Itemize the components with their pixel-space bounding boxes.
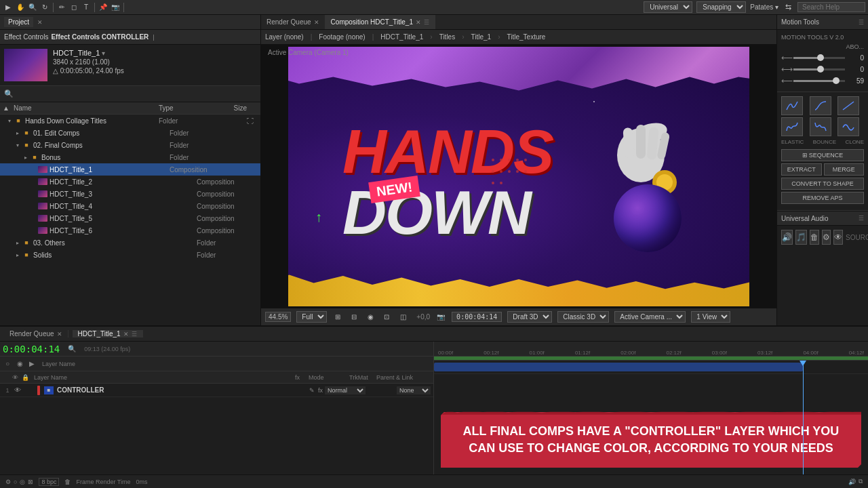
motion-tools-menu[interactable]: ☰ xyxy=(859,19,864,26)
arrow-02final[interactable]: ▾ xyxy=(14,142,22,148)
ua-menu-icon[interactable]: ☰ xyxy=(859,215,864,222)
camera-select[interactable]: Active Camera ... xyxy=(614,311,686,323)
tool-shape[interactable]: ◻ xyxy=(68,2,79,13)
comp-tab-menu[interactable]: ☰ xyxy=(424,19,429,26)
tree-item-03others[interactable]: ▸ ■ 03. Others Folder xyxy=(0,237,260,249)
extract-btn[interactable]: EXTRACT xyxy=(781,163,822,176)
play-btn[interactable]: ▶ xyxy=(27,359,37,369)
ease-btn-4[interactable] xyxy=(781,117,803,136)
ua-audio-icon[interactable]: 🎵 xyxy=(795,230,807,245)
status-nav[interactable]: ⧉ xyxy=(859,478,863,485)
layer-edit-icon[interactable]: ✎ xyxy=(309,387,315,394)
arrow-bonus[interactable]: ▸ xyxy=(22,155,30,161)
layer-row-controller[interactable]: 1 👁 ■ CONTROLLER ✎ fx Normal None xyxy=(0,384,433,397)
expand-icon[interactable]: ⇆ xyxy=(783,2,793,13)
tree-item-hdct6[interactable]: HDCT_Title_6 Composition xyxy=(0,224,260,237)
tree-item-02final[interactable]: ▾ ■ 02. Final Comps Folder xyxy=(0,139,260,151)
quality-select[interactable]: Full xyxy=(296,311,327,323)
snapshot-icon[interactable]: 📷 xyxy=(435,312,446,323)
project-tab-close[interactable]: ✕ xyxy=(37,19,43,26)
ease-btn-3[interactable] xyxy=(837,96,859,115)
sort-icon[interactable]: ▲ xyxy=(3,104,14,112)
arrow-01edit[interactable]: ▸ xyxy=(14,130,22,136)
ua-eye-icon[interactable]: 👁 xyxy=(833,230,843,245)
ua-trash-icon[interactable]: 🗑 xyxy=(810,230,819,245)
comp-tab-hdct1[interactable]: Composition HDCT_Title_1 ✕ ☰ xyxy=(326,15,435,29)
slider-3-track[interactable] xyxy=(793,80,845,82)
render-queue-tab-close[interactable]: ✕ xyxy=(57,331,62,338)
arrow-root[interactable]: ▾ xyxy=(5,118,14,124)
breadcrumb-titles[interactable]: Titles xyxy=(439,33,456,41)
slider-2-thumb[interactable] xyxy=(817,66,824,73)
col-name[interactable]: Name xyxy=(14,104,159,112)
render-queue-timeline-tab[interactable]: Render Queue ✕ xyxy=(4,330,68,338)
breadcrumb-title-texture[interactable]: Title_Texture xyxy=(507,33,546,41)
timecode-display[interactable]: 0:00:04:14 xyxy=(452,312,502,322)
universal-dropdown[interactable]: Universal xyxy=(644,1,692,13)
tree-item-hdct2[interactable]: HDCT_Title_2 Composition xyxy=(0,176,260,188)
tool-type[interactable]: T xyxy=(81,2,92,13)
about-label[interactable]: ABO... xyxy=(781,43,864,50)
project-search-input[interactable] xyxy=(16,90,256,98)
tree-item-bonus[interactable]: ▸ ■ Bonus Folder xyxy=(0,151,260,163)
views-select[interactable]: 1 View xyxy=(691,311,730,323)
slider-1-track[interactable] xyxy=(793,57,845,59)
project-tab[interactable]: Project xyxy=(4,17,33,27)
grid-toggle[interactable]: ⊞ xyxy=(332,312,343,323)
ease-btn-6[interactable] xyxy=(837,117,859,136)
tool-pen[interactable]: ✏ xyxy=(56,2,67,13)
col-size[interactable]: Size xyxy=(220,104,247,112)
tool-hand[interactable]: ✋ xyxy=(15,2,26,13)
hdct1-tab-close[interactable]: ✕ xyxy=(123,331,129,338)
col-type[interactable]: Type xyxy=(159,104,220,112)
tool-arrow[interactable]: ▶ xyxy=(3,2,14,13)
remove-aps-btn[interactable]: REMOVE APS xyxy=(781,192,864,204)
sequence-btn[interactable]: ⊞ SEQUENCE xyxy=(781,149,864,161)
convert-shape-btn[interactable]: CONVERT TO SHAPE xyxy=(781,178,864,190)
slider-1-thumb[interactable] xyxy=(817,54,824,61)
layer-none-tab[interactable]: Layer (none) xyxy=(265,33,304,41)
status-speaker[interactable]: 🔊 xyxy=(848,479,856,485)
layer-eye-1[interactable]: 👁 xyxy=(14,386,24,394)
render-mode-select[interactable]: Draft 3D xyxy=(507,311,552,323)
tool-camera[interactable]: 📷 xyxy=(110,2,121,13)
tree-item-hdct3[interactable]: HDCT_Title_3 Composition xyxy=(0,188,260,200)
breadcrumb-title1[interactable]: Title_1 xyxy=(471,33,492,41)
comp-tab-close[interactable]: ✕ xyxy=(416,19,421,26)
solo-btn[interactable]: ◉ xyxy=(15,359,24,369)
trash-icon[interactable]: 🗑 xyxy=(64,479,71,485)
arrow-03others[interactable]: ▸ xyxy=(14,240,22,246)
safe-zones[interactable]: ⊟ xyxy=(349,312,359,323)
ua-speaker-icon[interactable]: 🔊 xyxy=(781,230,793,245)
snapping-dropdown[interactable]: Snapping xyxy=(696,1,746,13)
arrow-solids[interactable]: ▸ xyxy=(14,252,22,258)
view-mode-select[interactable]: Classic 3D xyxy=(557,311,609,323)
slider-3-thumb[interactable] xyxy=(833,77,840,84)
parent-select[interactable]: None xyxy=(397,386,431,394)
tree-item-01edit[interactable]: ▸ ■ 01. Edit Comps Folder xyxy=(0,127,260,139)
comp-tab-render-queue[interactable]: Render Queue ✕ xyxy=(261,15,326,29)
ua-gear-icon[interactable]: ⚙ xyxy=(822,230,831,245)
tool-rotate[interactable]: ↻ xyxy=(39,2,50,13)
hdct1-timeline-tab[interactable]: HDCT_Title_1 ✕ ☰ xyxy=(73,330,143,338)
zoom-value[interactable]: 44.5% xyxy=(265,312,291,322)
slider-2-track[interactable] xyxy=(793,68,845,70)
layer-mode-select[interactable]: Normal xyxy=(325,386,366,394)
breadcrumb-hdct1[interactable]: HDCT_Title_1 xyxy=(380,33,423,41)
tree-item-solids[interactable]: ▸ ■ Solids Folder xyxy=(0,249,260,261)
tl-time-display[interactable]: 0:00:04:14 xyxy=(3,344,60,354)
tree-item-hdct1[interactable]: HDCT_Title_1 Composition xyxy=(0,163,260,176)
playhead[interactable] xyxy=(803,361,804,474)
tree-item-hdct5[interactable]: HDCT_Title_5 Composition xyxy=(0,212,260,224)
channel-picker[interactable]: ◉ xyxy=(365,312,376,323)
tree-item-root[interactable]: ▾ ■ Hands Down Collage Titles Folder ⛶ xyxy=(0,115,260,127)
tl-search-btn[interactable]: 🔍 xyxy=(66,344,77,354)
render-queue-close[interactable]: ✕ xyxy=(314,19,319,26)
resolution-toggle[interactable]: ⊡ xyxy=(381,312,392,323)
mask-toggle[interactable]: ◫ xyxy=(397,312,408,323)
hdct1-tab-menu[interactable]: ☰ xyxy=(132,331,137,338)
ease-btn-1[interactable] xyxy=(781,96,803,115)
footage-none-tab[interactable]: Footage (none) xyxy=(319,33,365,41)
tree-item-hdct4[interactable]: HDCT_Title_4 Composition xyxy=(0,200,260,212)
toggle-preview-btn[interactable]: ○ xyxy=(3,359,12,369)
